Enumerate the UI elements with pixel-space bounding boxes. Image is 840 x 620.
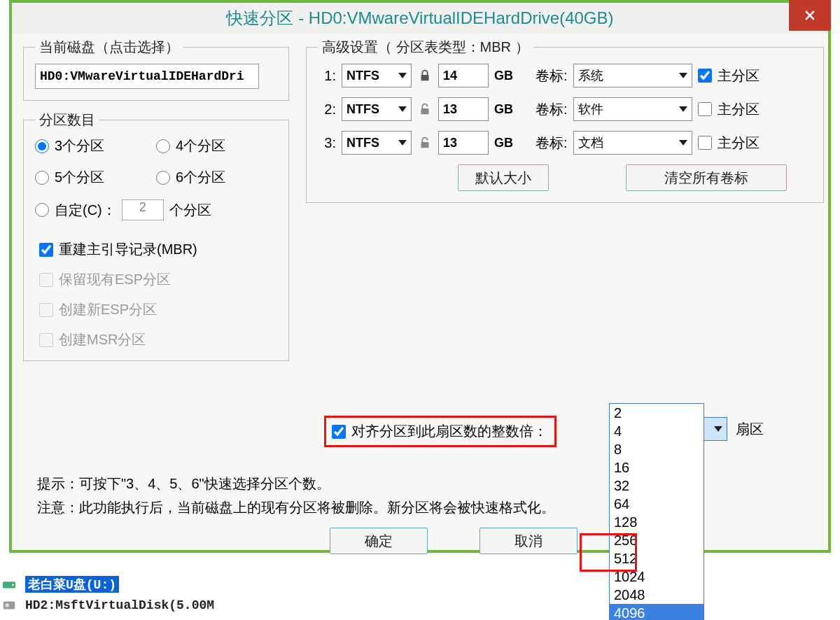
align-option[interactable]: 512 (610, 549, 704, 568)
chevron-down-icon (679, 106, 687, 112)
current-disk-group: 当前磁盘（点击选择） HD0:VMwareVirtualIDEHardDri (23, 38, 289, 101)
svg-rect-10 (421, 108, 429, 114)
svg-point-3 (12, 584, 14, 586)
default-size-button[interactable]: 默认大小 (458, 164, 549, 191)
chevron-down-icon (679, 73, 687, 78)
align-option[interactable]: 8 (610, 440, 704, 458)
radio-4-partitions[interactable]: 4个分区 (156, 136, 277, 155)
size-spin[interactable]: 13 (438, 97, 489, 121)
svg-rect-9 (421, 75, 429, 80)
ok-button[interactable]: 确定 (330, 528, 428, 554)
align-option[interactable]: 1024 (610, 568, 704, 586)
align-option[interactable]: 64 (610, 495, 704, 513)
rebuild-mbr-checkbox[interactable]: 重建主引导记录(MBR) (39, 240, 277, 259)
hint-text: 提示：可按下"3、4、5、6"快速选择分区个数。 注意：此功能执行后，当前磁盘上… (37, 472, 555, 519)
close-icon (803, 8, 817, 22)
tree-item[interactable]: WIM(Y:) (0, 616, 840, 620)
align-highlight: 对齐分区到此扇区数的整数倍： (324, 416, 556, 447)
partition-count-group: 分区数目 3个分区 4个分区 5个分区 6个分区 自定(C)： 2 个分区 重建… (23, 111, 289, 361)
chevron-down-icon (398, 140, 407, 146)
lock-icon (417, 68, 433, 83)
u-disk-label: 老白菜U盘(U:) (25, 576, 119, 593)
volume-combo[interactable]: 系统 (573, 64, 692, 87)
custom-count-spin[interactable]: 2 (122, 199, 164, 220)
align-option[interactable]: 4 (610, 422, 704, 440)
titlebar: 快速分区 - HD0:VMwareVirtualIDEHardDrive(40G… (12, 3, 828, 34)
fs-combo[interactable]: NTFS (342, 97, 412, 121)
align-area: 对齐分区到此扇区数的整数倍： (324, 416, 556, 447)
partition-count-legend: 分区数目 (35, 111, 99, 129)
chevron-down-icon (398, 106, 407, 112)
hd2-label: HD2:MsftVirtualDisk(5.00M (25, 598, 214, 612)
quick-partition-dialog: 快速分区 - HD0:VMwareVirtualIDEHardDrive(40G… (9, 0, 831, 553)
new-esp-checkbox: 创建新ESP分区 (39, 300, 277, 319)
partition-row-1: 1: NTFS 14 GB 卷标: 系统 主分区 (318, 64, 812, 87)
primary-checkbox[interactable]: 主分区 (698, 100, 760, 119)
size-spin[interactable]: 14 (438, 64, 489, 87)
chevron-down-icon (398, 73, 407, 78)
tree-item[interactable]: HD2:MsftVirtualDisk(5.00M (0, 595, 840, 616)
unlock-icon (417, 101, 433, 117)
fs-combo[interactable]: NTFS (342, 131, 412, 155)
new-msr-checkbox: 创建MSR分区 (39, 330, 277, 349)
align-option[interactable]: 16 (610, 458, 704, 477)
tree-item[interactable]: 老白菜U盘(U:) (0, 574, 840, 595)
align-option[interactable]: 2048 (610, 586, 704, 604)
chevron-down-icon (714, 426, 722, 432)
advanced-legend: 高级设置（ 分区表类型：MBR ） (318, 38, 533, 57)
radio-3-partitions[interactable]: 3个分区 (35, 136, 156, 155)
radio-6-partitions[interactable]: 6个分区 (156, 168, 277, 187)
current-disk-legend: 当前磁盘（点击选择） (35, 38, 183, 57)
unlock-icon (417, 135, 433, 150)
close-button[interactable] (789, 0, 831, 31)
partition-row-2: 2: NTFS 13 GB 卷标: 软件 主分区 (318, 97, 812, 121)
hdd-icon (0, 598, 18, 613)
advanced-settings-group: 高级设置（ 分区表类型：MBR ） 1: NTFS 14 GB 卷标: 系统 主… (306, 38, 824, 203)
drive-icon (0, 577, 18, 592)
align-option[interactable]: 4096 (610, 604, 704, 620)
cancel-button[interactable]: 取消 (479, 528, 578, 554)
align-option[interactable]: 32 (610, 477, 704, 495)
clear-labels-button[interactable]: 清空所有卷标 (626, 164, 787, 191)
size-spin[interactable]: 13 (438, 131, 489, 155)
left-column: 当前磁盘（点击选择） HD0:VMwareVirtualIDEHardDri 分… (23, 38, 289, 371)
svg-point-5 (6, 603, 10, 607)
partition-row-3: 3: NTFS 13 GB 卷标: 文档 主分区 (318, 131, 812, 155)
align-unit-label: 扇区 (736, 420, 764, 439)
align-checkbox[interactable]: 对齐分区到此扇区数的整数倍： (332, 422, 547, 441)
align-option[interactable]: 2 (610, 404, 704, 422)
volume-combo[interactable]: 文档 (573, 131, 692, 155)
primary-checkbox[interactable]: 主分区 (698, 66, 760, 85)
disk-tree: 老白菜U盘(U:) HD2:MsftVirtualDisk(5.00M WIM(… (0, 553, 840, 620)
fs-combo[interactable]: NTFS (342, 64, 412, 87)
primary-checkbox[interactable]: 主分区 (698, 134, 760, 153)
chevron-down-icon (679, 140, 687, 146)
radio-5-partitions[interactable]: 5个分区 (35, 168, 156, 187)
disk-entry[interactable]: HD0:VMwareVirtualIDEHardDri (35, 64, 259, 89)
radio-custom-partitions[interactable]: 自定(C)： 2 个分区 (35, 199, 277, 220)
volume-combo[interactable]: 软件 (573, 97, 692, 121)
align-option[interactable]: 256 (610, 531, 704, 549)
keep-esp-checkbox: 保留现有ESP分区 (39, 270, 277, 289)
window-title: 快速分区 - HD0:VMwareVirtualIDEHardDrive(40G… (226, 7, 613, 29)
align-option[interactable]: 128 (610, 513, 704, 531)
right-column: 高级设置（ 分区表类型：MBR ） 1: NTFS 14 GB 卷标: 系统 主… (306, 38, 824, 213)
svg-rect-11 (421, 142, 429, 148)
align-sector-dropdown[interactable]: 248163264128256512102420484096 (609, 403, 704, 620)
